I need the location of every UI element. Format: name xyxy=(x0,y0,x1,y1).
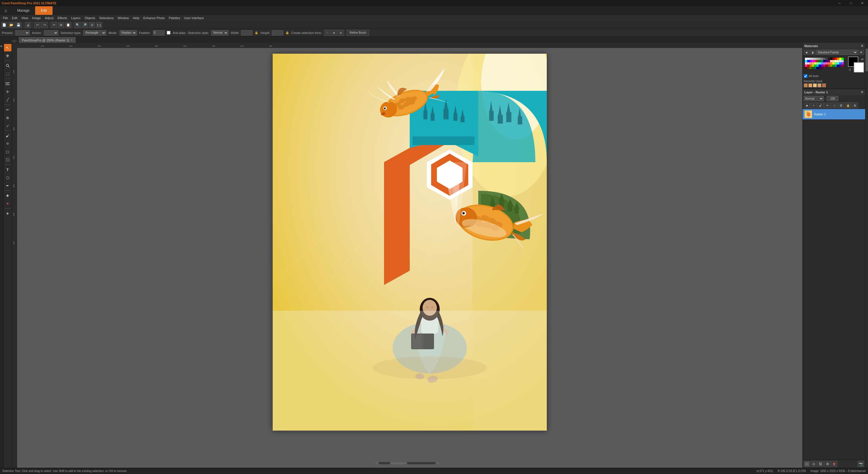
color-cell-73[interactable] xyxy=(816,67,818,69)
presets-select[interactable] xyxy=(16,30,30,35)
layer-link-btn[interactable]: ⛓ xyxy=(838,102,844,108)
selection-type-select[interactable]: Rectangle xyxy=(83,30,106,35)
color-cell-41[interactable] xyxy=(821,62,823,65)
recent-color-5[interactable] xyxy=(822,83,826,87)
menu-adjust[interactable]: Adjust xyxy=(43,16,55,20)
color-cell-2[interactable] xyxy=(809,58,812,60)
antialias-checkbox[interactable] xyxy=(167,31,170,35)
action-select[interactable] xyxy=(44,30,58,35)
color-cell-53[interactable] xyxy=(809,65,812,67)
color-cell-14[interactable] xyxy=(837,58,839,60)
color-cell-44[interactable] xyxy=(828,62,830,65)
menu-edit[interactable]: Edit xyxy=(10,16,19,20)
home-button[interactable]: ⌂ xyxy=(0,6,11,15)
link-layer-btn[interactable]: ⛓ xyxy=(817,461,824,467)
color-cell-21[interactable] xyxy=(814,60,816,62)
palette-menu-btn[interactable]: ▼ xyxy=(858,50,864,55)
color-cell-4[interactable] xyxy=(814,58,816,60)
fit-button[interactable]: ⊡ xyxy=(89,22,95,28)
menu-selections[interactable]: Selections xyxy=(97,16,115,20)
zoom-tool-button[interactable] xyxy=(4,62,11,69)
color-cell-17[interactable] xyxy=(805,60,807,62)
menu-view[interactable]: View xyxy=(20,16,30,20)
crop-tool-button[interactable]: ⌧ xyxy=(4,80,11,87)
mat-btn-2[interactable]: ◐ xyxy=(810,50,816,55)
color-cell-56[interactable] xyxy=(816,65,818,67)
color-cell-30[interactable] xyxy=(835,60,837,62)
blend-mode-select[interactable]: Normal xyxy=(804,96,824,101)
tab-nav-back[interactable]: ◁ xyxy=(11,39,14,43)
layer-properties-btn[interactable]: ⚙ xyxy=(824,461,831,467)
color-cell-20[interactable] xyxy=(812,60,814,62)
color-cell-69[interactable] xyxy=(807,67,809,69)
right-scrollbar[interactable] xyxy=(865,43,868,468)
color-cell-58[interactable] xyxy=(821,65,823,67)
edit-button[interactable]: Edit xyxy=(35,6,53,15)
layer-panel-close[interactable]: ✕ xyxy=(861,90,863,94)
new-button[interactable]: 📄 xyxy=(1,22,7,28)
color-cell-1[interactable] xyxy=(807,58,809,60)
materials-close-button[interactable]: ✕ xyxy=(861,44,863,48)
copy-button[interactable]: ⧉ xyxy=(58,22,64,28)
menu-help[interactable]: Help xyxy=(131,16,141,20)
deform-tool-button[interactable]: ⬚ xyxy=(4,70,11,77)
color-cell-64[interactable] xyxy=(835,65,837,67)
print-button[interactable]: 🖨 xyxy=(25,22,31,28)
layer-paint-btn[interactable]: 🖌 xyxy=(817,102,824,108)
color-cell-62[interactable] xyxy=(830,65,832,67)
color-cell-48[interactable] xyxy=(837,62,839,65)
save-button[interactable]: 💾 xyxy=(16,22,22,28)
minimize-button[interactable]: ─ xyxy=(834,0,845,6)
cut-button[interactable]: ✂ xyxy=(51,22,57,28)
color-cell-46[interactable] xyxy=(832,62,835,65)
snap-arrow-up[interactable]: ▶ xyxy=(1,44,3,48)
all-tools-checkbox[interactable] xyxy=(804,74,807,78)
scroll-left-btn[interactable]: ◁ xyxy=(375,461,377,465)
color-cell-72[interactable] xyxy=(814,67,816,69)
mat-btn-1[interactable]: ■ xyxy=(804,50,809,55)
move-tool-button[interactable]: ✛ xyxy=(4,88,11,95)
add-layer-btn[interactable] xyxy=(804,461,810,467)
color-cell-40[interactable] xyxy=(818,62,821,65)
eraser-tool-button[interactable]: ◻ xyxy=(4,148,11,155)
tab-close-button[interactable]: × xyxy=(71,38,72,42)
recent-color-4[interactable] xyxy=(817,83,822,87)
color-cell-0[interactable] xyxy=(805,58,807,60)
color-cell-60[interactable] xyxy=(826,65,828,67)
color-cell-75[interactable] xyxy=(821,67,823,69)
create-sel-btn-1[interactable]: □ xyxy=(324,30,330,36)
freehand-tool-button[interactable]: ✏ xyxy=(4,106,11,113)
zoom-in-button[interactable]: 🔍 xyxy=(74,22,81,28)
menu-image[interactable]: Image xyxy=(30,16,42,20)
color-cell-50[interactable] xyxy=(841,62,844,65)
materials-panel-header[interactable]: Materials ✕ xyxy=(803,43,865,49)
color-cell-59[interactable] xyxy=(823,65,826,67)
color-cell-70[interactable] xyxy=(809,67,812,69)
red-eye-tool-button[interactable]: 👁 xyxy=(4,200,11,207)
layer-edit-btn[interactable]: ✏ xyxy=(824,102,831,108)
color-cell-66[interactable] xyxy=(839,65,841,67)
color-cell-32[interactable] xyxy=(839,60,841,62)
color-cell-7[interactable] xyxy=(821,58,823,60)
color-cell-13[interactable] xyxy=(835,58,837,60)
healing-tool-button[interactable]: ✚ xyxy=(4,192,11,199)
undo-button[interactable]: ↩ xyxy=(34,22,40,28)
color-cell-27[interactable] xyxy=(828,60,830,62)
palette-select[interactable]: Standard Palette xyxy=(816,50,858,55)
screenshot-btn[interactable]: 📷 xyxy=(858,461,864,467)
color-cell-22[interactable] xyxy=(816,60,818,62)
open-button[interactable]: 📂 xyxy=(8,22,14,28)
color-cell-71[interactable] xyxy=(812,67,814,69)
opacity-input[interactable] xyxy=(827,96,838,101)
menu-palettes[interactable]: Palettes xyxy=(167,16,182,20)
color-cell-38[interactable] xyxy=(814,62,816,65)
canvas-container[interactable] xyxy=(273,54,547,431)
fill-tool-button[interactable]: ⬛ xyxy=(4,156,11,163)
right-scroll-thumb[interactable] xyxy=(865,49,868,71)
color-cell-36[interactable] xyxy=(809,62,812,65)
color-cell-57[interactable] xyxy=(818,65,821,67)
width-input[interactable] xyxy=(241,30,252,35)
tab-nav-forward[interactable]: ▷ xyxy=(14,39,17,43)
color-cell-16[interactable] xyxy=(841,58,844,60)
selection-style-select[interactable]: Normal xyxy=(211,30,228,35)
